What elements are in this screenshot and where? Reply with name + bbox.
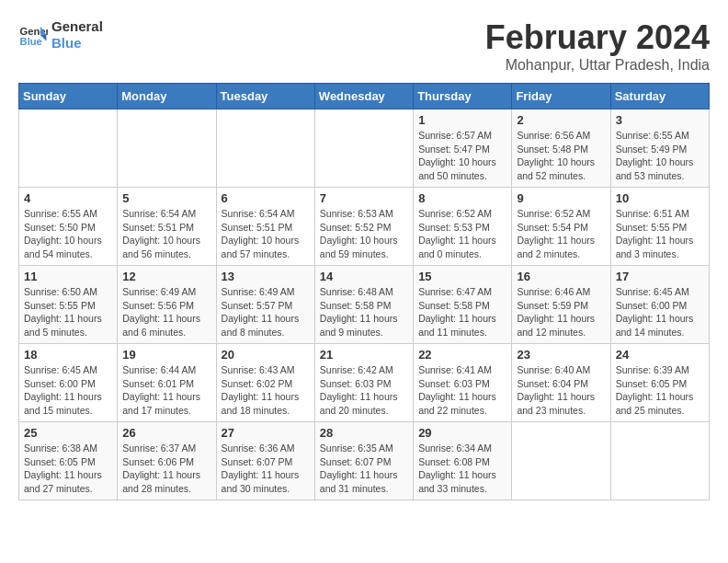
calendar-day-cell: 19Sunrise: 6:44 AM Sunset: 6:01 PM Dayli… bbox=[118, 344, 216, 422]
day-info: Sunrise: 6:52 AM Sunset: 5:54 PM Dayligh… bbox=[517, 207, 605, 261]
day-number: 28 bbox=[320, 426, 408, 440]
day-number: 2 bbox=[517, 113, 605, 127]
logo-line1: General bbox=[51, 18, 103, 35]
calendar-day-cell bbox=[512, 422, 610, 500]
day-info: Sunrise: 6:50 AM Sunset: 5:55 PM Dayligh… bbox=[24, 285, 112, 339]
logo: General Blue General Blue bbox=[18, 18, 103, 52]
calendar-day-cell: 12Sunrise: 6:49 AM Sunset: 5:56 PM Dayli… bbox=[118, 266, 216, 344]
day-info: Sunrise: 6:38 AM Sunset: 6:05 PM Dayligh… bbox=[24, 442, 112, 496]
calendar-day-cell: 6Sunrise: 6:54 AM Sunset: 5:51 PM Daylig… bbox=[216, 188, 314, 266]
day-info: Sunrise: 6:52 AM Sunset: 5:53 PM Dayligh… bbox=[418, 207, 506, 261]
day-number: 3 bbox=[616, 113, 704, 127]
day-info: Sunrise: 6:57 AM Sunset: 5:47 PM Dayligh… bbox=[418, 129, 506, 183]
day-number: 12 bbox=[122, 270, 210, 283]
calendar-header-cell: Friday bbox=[512, 84, 610, 109]
calendar-day-cell bbox=[216, 109, 314, 188]
calendar-day-cell bbox=[19, 109, 118, 188]
calendar-week-row: 11Sunrise: 6:50 AM Sunset: 5:55 PM Dayli… bbox=[19, 266, 710, 344]
calendar-day-cell: 4Sunrise: 6:55 AM Sunset: 5:50 PM Daylig… bbox=[19, 188, 118, 266]
subtitle: Mohanpur, Uttar Pradesh, India bbox=[485, 57, 710, 74]
day-number: 14 bbox=[320, 270, 408, 283]
day-number: 15 bbox=[418, 270, 506, 283]
calendar-day-cell: 11Sunrise: 6:50 AM Sunset: 5:55 PM Dayli… bbox=[19, 266, 118, 344]
calendar-body: 1Sunrise: 6:57 AM Sunset: 5:47 PM Daylig… bbox=[19, 109, 710, 500]
calendar-day-cell: 14Sunrise: 6:48 AM Sunset: 5:58 PM Dayli… bbox=[314, 266, 413, 344]
logo-line2: Blue bbox=[51, 35, 103, 52]
calendar-header-cell: Tuesday bbox=[216, 84, 314, 109]
day-number: 16 bbox=[517, 270, 605, 283]
day-info: Sunrise: 6:55 AM Sunset: 5:49 PM Dayligh… bbox=[616, 129, 704, 183]
day-number: 9 bbox=[517, 191, 605, 205]
day-info: Sunrise: 6:51 AM Sunset: 5:55 PM Dayligh… bbox=[616, 207, 704, 261]
day-info: Sunrise: 6:49 AM Sunset: 5:56 PM Dayligh… bbox=[122, 285, 210, 339]
calendar-week-row: 1Sunrise: 6:57 AM Sunset: 5:47 PM Daylig… bbox=[19, 109, 710, 188]
logo-icon: General Blue bbox=[18, 20, 48, 50]
day-info: Sunrise: 6:45 AM Sunset: 6:00 PM Dayligh… bbox=[24, 363, 112, 418]
main-title: February 2024 bbox=[485, 18, 710, 57]
calendar-header-cell: Sunday bbox=[19, 84, 118, 109]
day-number: 10 bbox=[616, 191, 704, 205]
day-info: Sunrise: 6:48 AM Sunset: 5:58 PM Dayligh… bbox=[320, 285, 408, 339]
calendar-day-cell: 23Sunrise: 6:40 AM Sunset: 6:04 PM Dayli… bbox=[512, 344, 610, 422]
day-number: 5 bbox=[122, 191, 210, 205]
calendar-day-cell: 15Sunrise: 6:47 AM Sunset: 5:58 PM Dayli… bbox=[414, 266, 512, 344]
day-number: 22 bbox=[418, 348, 506, 362]
day-info: Sunrise: 6:54 AM Sunset: 5:51 PM Dayligh… bbox=[122, 207, 210, 261]
calendar-table: SundayMondayTuesdayWednesdayThursdayFrid… bbox=[18, 83, 710, 500]
calendar-week-row: 25Sunrise: 6:38 AM Sunset: 6:05 PM Dayli… bbox=[19, 422, 710, 500]
day-info: Sunrise: 6:37 AM Sunset: 6:06 PM Dayligh… bbox=[122, 442, 210, 496]
day-info: Sunrise: 6:53 AM Sunset: 5:52 PM Dayligh… bbox=[320, 207, 408, 261]
calendar-day-cell bbox=[118, 109, 216, 188]
title-block: February 2024 Mohanpur, Uttar Pradesh, I… bbox=[485, 18, 710, 74]
calendar-day-cell: 29Sunrise: 6:34 AM Sunset: 6:08 PM Dayli… bbox=[414, 422, 512, 500]
day-info: Sunrise: 6:40 AM Sunset: 6:04 PM Dayligh… bbox=[517, 363, 605, 418]
day-info: Sunrise: 6:39 AM Sunset: 6:05 PM Dayligh… bbox=[616, 363, 704, 418]
calendar-day-cell: 25Sunrise: 6:38 AM Sunset: 6:05 PM Dayli… bbox=[19, 422, 118, 500]
day-number: 26 bbox=[122, 426, 210, 440]
calendar-week-row: 4Sunrise: 6:55 AM Sunset: 5:50 PM Daylig… bbox=[19, 188, 710, 266]
header: General Blue General Blue February 2024 … bbox=[18, 18, 710, 74]
calendar-day-cell bbox=[610, 422, 709, 500]
day-info: Sunrise: 6:34 AM Sunset: 6:08 PM Dayligh… bbox=[418, 442, 506, 496]
calendar-header-row: SundayMondayTuesdayWednesdayThursdayFrid… bbox=[19, 84, 710, 109]
day-info: Sunrise: 6:43 AM Sunset: 6:02 PM Dayligh… bbox=[222, 363, 310, 418]
calendar-header-cell: Saturday bbox=[610, 84, 709, 109]
calendar-day-cell: 7Sunrise: 6:53 AM Sunset: 5:52 PM Daylig… bbox=[314, 188, 413, 266]
calendar-day-cell: 24Sunrise: 6:39 AM Sunset: 6:05 PM Dayli… bbox=[610, 344, 709, 422]
day-info: Sunrise: 6:55 AM Sunset: 5:50 PM Dayligh… bbox=[24, 207, 112, 261]
day-number: 6 bbox=[222, 191, 310, 205]
calendar-day-cell: 20Sunrise: 6:43 AM Sunset: 6:02 PM Dayli… bbox=[216, 344, 314, 422]
calendar-week-row: 18Sunrise: 6:45 AM Sunset: 6:00 PM Dayli… bbox=[19, 344, 710, 422]
day-number: 29 bbox=[418, 426, 506, 440]
day-number: 7 bbox=[320, 191, 408, 205]
calendar-header-cell: Thursday bbox=[414, 84, 512, 109]
calendar-day-cell: 22Sunrise: 6:41 AM Sunset: 6:03 PM Dayli… bbox=[414, 344, 512, 422]
calendar-day-cell: 3Sunrise: 6:55 AM Sunset: 5:49 PM Daylig… bbox=[610, 109, 709, 188]
calendar-day-cell: 8Sunrise: 6:52 AM Sunset: 5:53 PM Daylig… bbox=[414, 188, 512, 266]
day-number: 20 bbox=[222, 348, 310, 362]
day-number: 25 bbox=[24, 426, 112, 440]
day-info: Sunrise: 6:35 AM Sunset: 6:07 PM Dayligh… bbox=[320, 442, 408, 496]
calendar-header-cell: Monday bbox=[118, 84, 216, 109]
day-info: Sunrise: 6:49 AM Sunset: 5:57 PM Dayligh… bbox=[222, 285, 310, 339]
day-number: 21 bbox=[320, 348, 408, 362]
calendar-header-cell: Wednesday bbox=[314, 84, 413, 109]
day-number: 4 bbox=[24, 191, 112, 205]
day-info: Sunrise: 6:47 AM Sunset: 5:58 PM Dayligh… bbox=[418, 285, 506, 339]
day-number: 24 bbox=[616, 348, 704, 362]
day-number: 27 bbox=[222, 426, 310, 440]
calendar-day-cell: 16Sunrise: 6:46 AM Sunset: 5:59 PM Dayli… bbox=[512, 266, 610, 344]
calendar-day-cell: 21Sunrise: 6:42 AM Sunset: 6:03 PM Dayli… bbox=[314, 344, 413, 422]
day-number: 11 bbox=[24, 270, 112, 283]
day-number: 1 bbox=[418, 113, 506, 127]
day-info: Sunrise: 6:56 AM Sunset: 5:48 PM Dayligh… bbox=[517, 129, 605, 183]
calendar-day-cell: 26Sunrise: 6:37 AM Sunset: 6:06 PM Dayli… bbox=[118, 422, 216, 500]
day-info: Sunrise: 6:46 AM Sunset: 5:59 PM Dayligh… bbox=[517, 285, 605, 339]
calendar-day-cell: 1Sunrise: 6:57 AM Sunset: 5:47 PM Daylig… bbox=[414, 109, 512, 188]
calendar-day-cell: 18Sunrise: 6:45 AM Sunset: 6:00 PM Dayli… bbox=[19, 344, 118, 422]
day-number: 18 bbox=[24, 348, 112, 362]
calendar-day-cell: 17Sunrise: 6:45 AM Sunset: 6:00 PM Dayli… bbox=[610, 266, 709, 344]
day-number: 17 bbox=[616, 270, 704, 283]
svg-text:Blue: Blue bbox=[20, 36, 42, 47]
calendar-day-cell: 13Sunrise: 6:49 AM Sunset: 5:57 PM Dayli… bbox=[216, 266, 314, 344]
